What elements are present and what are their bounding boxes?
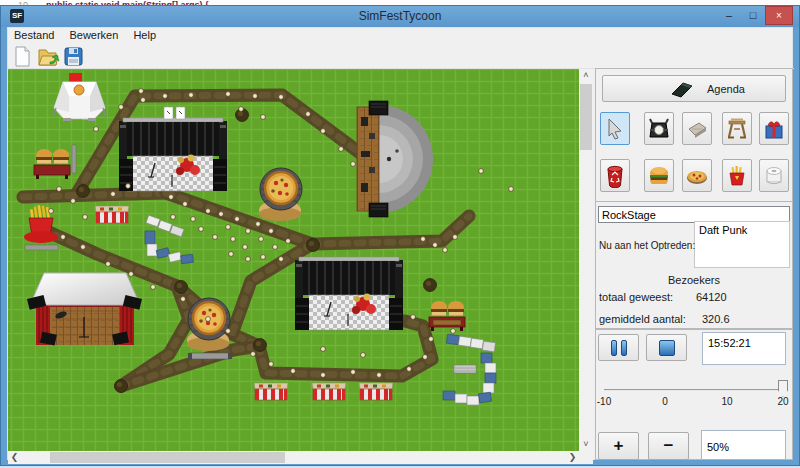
now-playing-value: Daft Punk [699,224,747,236]
now-playing-box: Daft Punk [694,221,790,268]
save-file-button[interactable] [62,45,86,68]
scroll-left-icon[interactable]: ❮ [8,451,21,464]
scroll-down-icon[interactable]: ˅ [579,438,593,451]
time-value: 15:52:21 [708,337,751,349]
pause-icon [621,340,627,356]
average-visitors-value: 320.6 [702,313,730,325]
menu-bar: Bestand Bewerken Help [8,28,794,44]
striped-stall-4[interactable] [359,383,393,400]
open-file-button[interactable] [36,45,60,68]
striped-stall-1[interactable] [95,206,129,223]
stage-frame-icon [726,117,748,141]
app-window: SF SimFestTycoon – □ × Bestand Bewerken … [0,5,800,466]
zoom-out-button[interactable]: − [648,432,689,460]
scrollbar-corner [579,451,593,464]
pause-icon [611,340,617,356]
fries-icon [726,164,748,188]
speed-slider-track[interactable] [604,389,784,391]
stop-icon [659,340,675,356]
maximize-button[interactable]: □ [741,6,765,25]
agenda-button[interactable]: Agenda [602,75,786,102]
slider-tick-label: 0 [662,396,668,407]
menu-bestand[interactable]: Bestand [8,28,60,42]
main-stage-2[interactable] [295,257,403,330]
average-visitors-label: gemiddeld aantal: [599,313,686,325]
horizontal-scroll-thumb[interactable] [50,452,285,463]
striped-stall-2[interactable] [254,383,288,400]
open-folder-icon [36,45,60,68]
window-title: SimFestTycoon [1,9,799,23]
road-tile-icon [686,117,708,141]
minimize-button[interactable]: – [717,6,741,25]
menu-bewerken[interactable]: Bewerken [63,28,124,42]
main-stage-rock[interactable] [119,107,227,191]
scroll-up-icon[interactable]: ˄ [579,69,593,82]
tool-toilet[interactable] [759,159,789,192]
visitors-header: Bezoekers [596,274,792,286]
stop-button[interactable] [646,334,687,361]
save-floppy-icon [62,45,86,68]
gift-box-icon [763,117,785,141]
slider-tick-label: -10 [597,396,611,407]
menu-help[interactable]: Help [127,28,162,42]
stage-info-groupbox: Daft Punk Nu aan het Optreden: Bezoekers… [595,201,793,329]
festival-map[interactable] [8,69,579,451]
hamburger-icon [648,164,670,188]
tool-gift-shop[interactable] [759,112,789,145]
total-visitors-label: totaal geweest: [599,291,673,303]
tool-stage-structure[interactable] [722,112,752,145]
toolbar [8,44,794,69]
pizza-stand-1[interactable] [259,168,302,221]
tool-select-cursor[interactable] [600,112,630,145]
trash-can-icon [604,164,626,188]
spotlight-icon [648,117,670,141]
title-bar[interactable]: SF SimFestTycoon – □ × [1,6,799,27]
toilet-paper-icon [763,164,785,188]
map-vertical-scrollbar[interactable]: ˄ ˅ [579,69,593,451]
now-playing-label: Nu aan het Optreden: [599,240,695,251]
notebook-icon [669,80,695,99]
zoom-level-display: 50% [701,430,786,460]
zoom-in-button[interactable]: + [598,432,639,460]
tool-pizza-stand[interactable] [682,159,712,192]
tool-fries-stand[interactable] [722,159,752,192]
cursor-icon [604,117,626,141]
map-horizontal-scrollbar[interactable]: ❮ ❯ [8,451,579,464]
striped-stall-3[interactable] [312,383,346,400]
new-file-button[interactable] [11,45,35,68]
playback-groupbox: 15:52:21 -10 0 10 20 + − 50% [595,329,793,460]
speed-slider-thumb[interactable] [778,380,788,397]
vertical-scroll-thumb[interactable] [580,84,592,150]
tool-trash-can[interactable] [600,159,630,192]
new-document-icon [11,45,35,68]
scroll-right-icon[interactable]: ❯ [566,451,579,464]
barn-stage[interactable] [27,273,142,346]
time-display: 15:52:21 [702,332,786,365]
agenda-label: Agenda [707,83,745,95]
slider-tick-label: 10 [721,396,732,407]
pizza-icon [686,164,708,188]
tool-burger-stand[interactable] [644,159,674,192]
tools-groupbox: Agenda [595,68,793,202]
pause-button[interactable] [598,334,639,361]
slider-tick-label: 20 [777,396,788,407]
zoom-level-value: 50% [707,441,729,453]
tool-stage-light[interactable] [644,112,674,145]
tool-road-tile[interactable] [682,112,712,145]
metal-bench[interactable] [454,365,476,373]
close-button[interactable]: × [765,6,793,25]
total-visitors-value: 64120 [696,291,727,303]
